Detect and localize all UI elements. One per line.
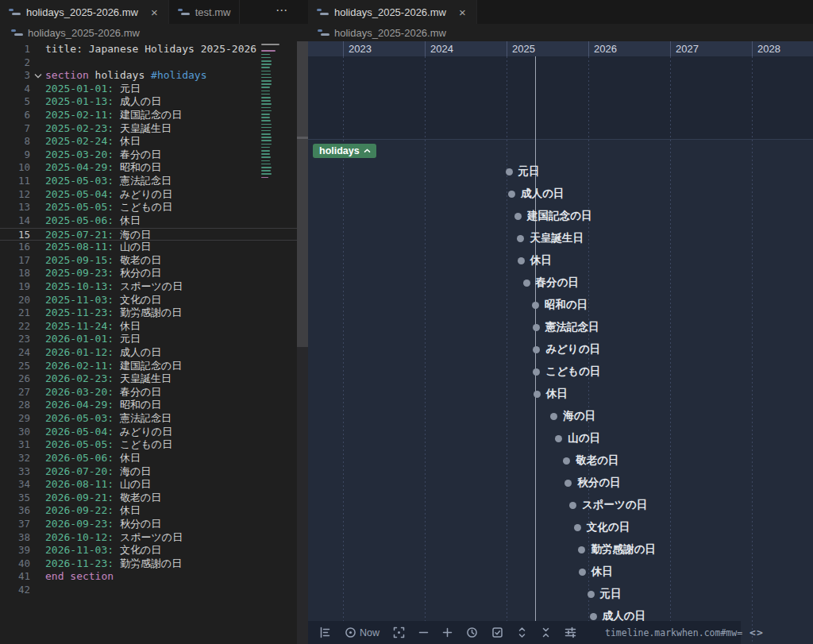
code-line: 162025-08-11: 山の日 [0,241,297,254]
timeline-event: 敬老の日 [563,453,618,468]
code-line: 42025-01-01: 元日 [0,83,297,96]
line-number: 32 [0,452,30,465]
event-label: スポーツの日 [582,498,647,512]
markwhen-file-icon [318,28,329,38]
code-line: 182025-09-23: 秋分の日 [0,267,297,280]
code-line: 1title: Japanese Holidays 2025-2026 [0,43,297,56]
event-label: 元日 [518,164,540,179]
vscode-window: holidays_2025-2026.mw × test.mw ⋯ holida… [0,0,813,644]
minimap-line [261,110,272,112]
timeline-event: 文化の日 [574,520,630,534]
copy-icon[interactable] [590,627,600,639]
code-line: 382026-10-12: スポーツの日 [0,531,297,545]
line-number: 6 [0,109,30,122]
fold-chevron-icon[interactable] [30,69,45,83]
line-number: 40 [0,557,30,571]
right-tab-bar: holidays_2025-2026.mw × [308,0,813,24]
code-line: 152025-07-21: 海の日 [0,228,297,241]
checkbox-icon [491,627,503,638]
minimap-line [261,173,272,175]
tab-test-file[interactable]: test.mw [169,0,240,24]
year-separator [670,41,671,56]
event-dot-icon [506,168,513,175]
close-icon[interactable]: × [148,6,160,19]
close-icon[interactable]: × [457,6,468,19]
line-number: 19 [0,280,30,294]
code-line: 122025-05-04: みどりの日 [0,188,297,202]
breadcrumb[interactable]: holidays_2025-2026.mw [308,24,813,41]
line-number: 41 [0,570,30,584]
event-label: 秋分の日 [577,476,620,490]
code-line: 392026-11-03: 文化の日 [0,544,297,557]
line-number: 29 [0,412,30,426]
markwhen-share-link[interactable]: timeline.markwhen.com#mw= [590,627,742,639]
event-dot-icon [533,368,540,376]
zoom-in-button[interactable] [442,627,453,638]
code-line: 312026-05-05: こどもの日 [0,438,297,452]
code-editor[interactable]: 1title: Japanese Holidays 2025-202623sec… [0,41,297,644]
markwhen-file-icon [178,7,190,17]
event-label: 憲法記念日 [545,320,599,334]
event-dot-icon [517,235,524,242]
code-line: 132025-05-05: こどもの日 [0,201,297,214]
tab-label: test.mw [195,6,231,18]
line-number: 3 [0,69,30,83]
minimap-line [261,47,263,48]
checkbox-button[interactable] [491,627,503,638]
chevron-up-icon [364,148,371,153]
event-label: 海の日 [563,409,595,423]
event-label: 敬老の日 [576,453,618,468]
more-actions-icon[interactable]: ⋯ [268,2,297,22]
line-number: 14 [0,214,30,228]
line-number: 28 [0,399,30,412]
timeline-event: 秋分の日 [564,476,620,490]
year-label: 2028 [757,41,780,56]
event-label: 建国記念の日 [527,209,591,223]
line-number: 20 [0,294,30,307]
minimap[interactable] [258,44,287,188]
year-separator [507,41,507,56]
timeline-event: 海の日 [550,409,595,423]
clock-button[interactable] [466,627,478,638]
now-target-button[interactable]: Now [345,627,380,638]
pane-divider[interactable] [297,0,308,644]
tab-holidays-preview[interactable]: holidays_2025-2026.mw × [308,0,477,24]
breadcrumb[interactable]: holidays_2025-2026.mw [0,24,297,41]
code-line: 322026-05-06: 休日 [0,452,297,465]
code-line: 302026-05-04: みどりの日 [0,426,297,439]
event-label: 春分の日 [536,276,579,290]
event-dot-icon [514,213,522,220]
event-dot-icon [555,435,562,442]
line-number: 34 [0,478,30,492]
tab-holidays-file[interactable]: holidays_2025-2026.mw × [0,0,169,24]
filter-sliders-button[interactable] [564,627,576,638]
section-badge-holidays[interactable]: holidays [313,144,376,158]
tab-label: holidays_2025-2026.mw [26,6,138,18]
timeline-event: 成人の日 [508,187,564,201]
code-line: 342026-08-11: 山の日 [0,478,297,492]
code-line: 332026-07-20: 海の日 [0,465,297,479]
event-dot-icon [578,546,585,553]
zoom-out-button[interactable] [418,627,429,638]
minimap-line [261,147,270,148]
line-number: 39 [0,544,30,557]
line-number: 24 [0,346,30,360]
fit-screen-button[interactable] [393,627,405,638]
line-number: 18 [0,267,30,280]
sort-lines-button[interactable] [319,627,331,638]
year-separator [343,41,344,56]
line-number: 11 [0,175,30,188]
minimap-line [261,150,270,152]
line-number: 7 [0,122,30,136]
timeline-canvas[interactable]: holidays 元日成人の日建国記念の日天皇誕生日休日春分の日昭和の日憲法記念… [308,56,813,644]
collapse-vertical-button[interactable] [541,627,551,638]
year-gridline [670,56,671,644]
event-dot-icon [563,457,570,465]
breadcrumb-label: holidays_2025-2026.mw [334,27,446,39]
embed-code-button[interactable]: <> [749,627,764,638]
minimap-line [261,103,272,105]
event-dot-icon [523,280,530,287]
expand-vertical-button[interactable] [517,627,527,638]
minimap-line [261,144,272,145]
line-number: 27 [0,386,30,399]
